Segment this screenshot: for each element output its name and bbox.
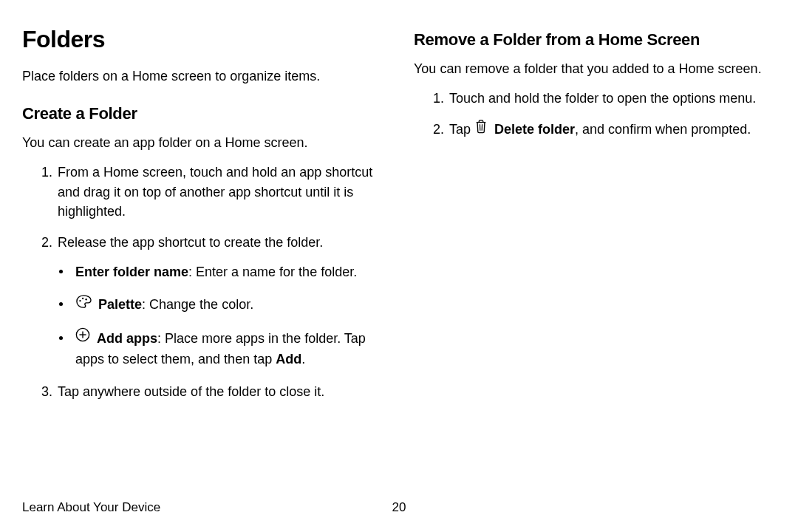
delete-folder-label: Delete folder — [494, 122, 575, 137]
bullet-add-apps: Add apps: Place more apps in the folder.… — [74, 329, 384, 369]
right-column: Remove a Folder from a Home Screen You c… — [414, 22, 776, 532]
page-number: 20 — [392, 499, 406, 517]
remove-folder-heading: Remove a Folder from a Home Screen — [414, 28, 776, 52]
intro-text: Place folders on a Home screen to organi… — [22, 66, 384, 86]
remove-step-1: Touch and hold the folder to open the op… — [448, 89, 776, 108]
bullet-enter-name: Enter folder name: Enter a name for the … — [74, 262, 384, 282]
create-folder-steps: From a Home screen, touch and hold an ap… — [22, 163, 384, 400]
create-folder-heading: Create a Folder — [22, 102, 384, 126]
remove-step-2-post: , and confirm when prompted. — [575, 122, 751, 137]
remove-folder-steps: Touch and hold the folder to open the op… — [414, 89, 776, 140]
step-2-bullets: Enter folder name: Enter a name for the … — [58, 262, 384, 369]
step-3: Tap anywhere outside of the folder to cl… — [56, 382, 384, 401]
add-apps-label: Add apps — [97, 331, 157, 346]
add-apps-add: Add — [276, 352, 301, 366]
manual-page: Folders Place folders on a Home screen t… — [0, 0, 798, 532]
palette-rest: : Change the color. — [142, 297, 253, 312]
palette-icon — [75, 294, 92, 314]
page-title: Folders — [22, 22, 384, 56]
add-apps-rest-2: . — [301, 352, 305, 366]
svg-point-0 — [79, 300, 81, 301]
svg-point-2 — [85, 299, 86, 300]
remove-step-2-pre: Tap — [449, 122, 474, 137]
step-2: Release the app shortcut to create the f… — [56, 233, 384, 369]
svg-point-1 — [82, 297, 83, 299]
enter-name-label: Enter folder name — [75, 265, 188, 279]
enter-name-rest: : Enter a name for the folder. — [188, 265, 357, 279]
footer-section-label: Learn About Your Device — [22, 499, 160, 517]
add-apps-icon — [75, 327, 90, 347]
left-column: Folders Place folders on a Home screen t… — [22, 22, 384, 532]
bullet-palette: Palette: Change the color. — [74, 295, 384, 316]
step-1: From a Home screen, touch and hold an ap… — [56, 163, 384, 220]
remove-step-2: Tap Delete folder, and confirm when prom… — [448, 120, 776, 140]
create-folder-intro: You can create an app folder on a Home s… — [22, 133, 384, 152]
remove-folder-intro: You can remove a folder that you added t… — [414, 59, 776, 78]
step-2-text: Release the app shortcut to create the f… — [58, 235, 323, 250]
palette-label: Palette — [98, 297, 142, 312]
trash-icon — [474, 119, 488, 139]
